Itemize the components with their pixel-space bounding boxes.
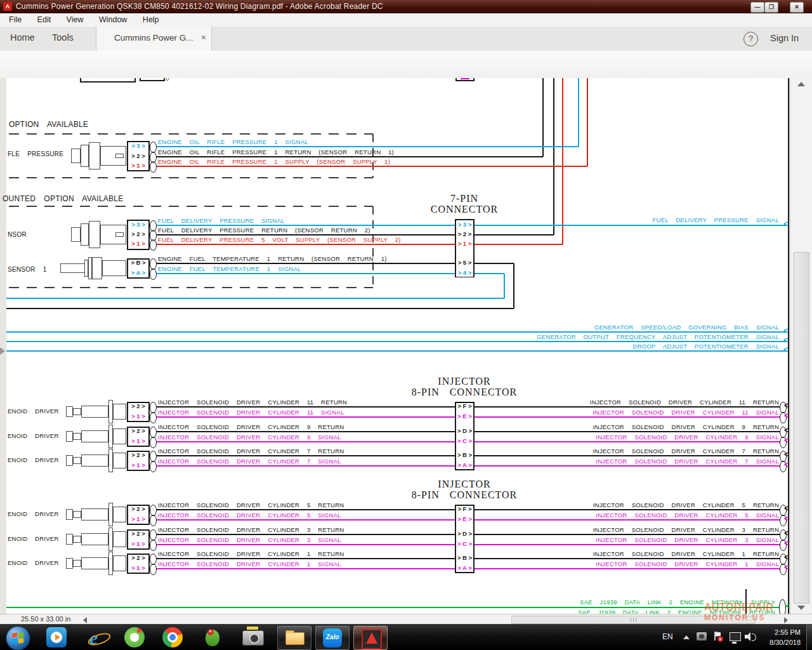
windows-flag-icon [18,633,23,638]
taskbar-parrot-app-icon[interactable] [202,627,223,647]
wire-label: INJECTOR SOLENOID DRIVER CYLINDER 1 SIGN… [335,561,779,568]
help-icon[interactable]: ? [743,32,758,46]
wire [157,519,455,521]
menu-file[interactable]: File [5,13,25,24]
menu-view[interactable]: View [63,13,88,24]
thumb-grip [633,618,634,622]
taskbar-internet-explorer-icon[interactable]: e [87,627,110,649]
wire-arrow-icon: < [783,346,788,355]
sensor-shape [66,558,73,569]
wire [513,263,514,308]
sensor-shape [60,263,85,273]
wire-label: INJECTOR SOLENOID DRIVER CYLINDER 9 RETU… [335,424,779,431]
scroll-left-icon[interactable] [83,617,87,623]
sensor-shape [71,149,81,163]
scroll-right-icon[interactable] [784,617,788,623]
wire [475,558,780,559]
action-center-flag-icon[interactable]: x [713,632,723,642]
wire-label: INJECTOR SOLENOID DRIVER CYLINDER 7 SIGN… [158,458,341,465]
sign-in-button[interactable]: Sign In [770,33,799,43]
taskbar-coccoc-icon[interactable] [124,627,145,647]
pin-D: > D > [456,531,473,538]
pin-1: > 1 > [456,241,473,248]
wire [475,465,780,467]
wire [157,558,455,559]
connector-title: 7-PIN [337,193,591,204]
wire-label: INJECTOR SOLENOID DRIVER CYLINDER 3 RETU… [158,527,344,534]
pin-3: > 3 > [128,143,148,150]
tray-snip-icon[interactable] [697,632,707,640]
nav-pane-toggle-icon[interactable] [0,347,5,355]
close-button[interactable]: ✕ [790,2,804,13]
wire [475,263,514,264]
wire [475,225,787,226]
menu-edit[interactable]: Edit [34,13,55,24]
pin-C: > C > [456,541,473,548]
tray-expand-icon[interactable] [683,635,690,639]
taskbar-chrome-icon[interactable] [162,627,183,647]
cut-wire [745,589,747,614]
pin-1: > 1 > [128,541,148,548]
page-size-label: 25.50 x 33.00 in [21,615,70,623]
wire [157,568,455,569]
pin-B: > B > [128,260,148,267]
camera-lens [249,633,259,644]
taskbar-explorer-button[interactable] [277,626,311,650]
sensor-shape [108,552,113,575]
cut-glyph: 0 [166,78,169,83]
wire [157,534,455,535]
network-icon[interactable] [730,632,741,641]
title-bar[interactable]: A Cummins Power Generation QSK38 CM850 4… [0,0,812,13]
wire [6,298,504,299]
wire-label: SAE J1939 DATA LINK 2 ENGINE NETWORK RET… [331,609,775,614]
connector-title: INJECTOR [337,479,591,490]
pin-2: > 2 > [456,231,473,238]
wire [475,244,563,245]
maximize-button[interactable]: ❐ [764,2,778,13]
start-button[interactable] [6,626,30,650]
wire-label: INJECTOR SOLENOID DRIVER CYLINDER 3 RETU… [335,527,779,534]
minimize-button[interactable]: — [750,2,764,13]
option-heading: OUNTED OPTION AVAILABLE [3,195,124,204]
pin-E: > E > [456,516,473,523]
play-icon [55,634,60,640]
window-title: Cummins Power Generation QSK38 CM850 402… [16,2,383,11]
tab-tools[interactable]: Tools [52,32,74,43]
tab-document[interactable]: Cummins Power G... × [96,27,212,51]
scroll-down-icon[interactable] [797,606,805,610]
menu-help[interactable]: Help [139,13,163,24]
show-desktop-button[interactable] [806,625,812,650]
horizontal-scroll-thumb[interactable] [511,616,756,624]
wire-arrow-icon: < [784,540,789,548]
taskbar-media-player-icon[interactable] [46,627,67,647]
taskbar-screenshot-tool-icon[interactable] [242,629,263,646]
tray-clock[interactable]: 2:55 PM 8/30/2018 [759,627,801,647]
cut-device-label: ENOID DRIVER [8,536,59,543]
sensor-shape [113,404,126,420]
clock-time: 2:55 PM [759,627,801,637]
parrot-eye [209,630,211,632]
wire [475,568,780,569]
sensor-shape [108,503,113,526]
sensor-shape [115,154,124,158]
folder-tab [285,630,294,633]
menu-window[interactable]: Window [95,13,131,24]
wire [157,225,455,226]
taskbar-zalo-button[interactable]: Zalo [315,626,350,650]
vertical-scrollbar[interactable] [790,78,812,614]
windows-flag-icon [18,639,23,644]
pin-1: > 1 > [128,516,148,523]
volume-icon[interactable] [745,632,756,642]
tab-home[interactable]: Home [10,32,35,43]
wire [157,406,455,408]
language-indicator[interactable]: EN [662,632,673,641]
connector-title: INJECTOR [337,376,591,387]
sensor-shape [66,406,73,417]
scroll-up-icon[interactable] [797,82,805,86]
taskbar-acrobat-button[interactable] [353,626,388,650]
pin-A: > A > [128,270,148,277]
vertical-scroll-thumb[interactable] [794,252,809,604]
tab-close-icon[interactable]: × [201,32,206,43]
document-viewport[interactable]: OPTION AVAILABLEOUNTED OPTION AVAILABLE0… [0,78,812,614]
pin-E: > E > [456,413,473,420]
